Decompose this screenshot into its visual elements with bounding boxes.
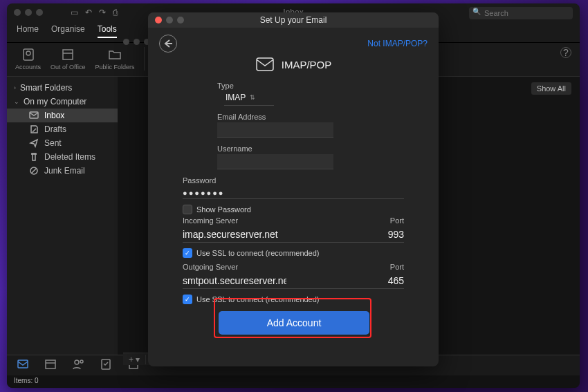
zoom-dot[interactable] (36, 9, 43, 16)
email-label: Email Address (217, 113, 369, 121)
search-field[interactable] (469, 6, 573, 19)
sidebar-junk[interactable]: Junk Email (7, 164, 118, 178)
svg-rect-7 (18, 360, 28, 368)
svg-rect-2 (63, 50, 73, 59)
help-icon[interactable]: ? (560, 47, 571, 58)
type-select[interactable]: IMAP ⇅ (224, 90, 274, 106)
mail-view-icon[interactable] (17, 358, 29, 373)
outgoing-port-input[interactable] (376, 275, 404, 286)
plus-button[interactable]: + ▾ (123, 355, 146, 364)
svg-rect-14 (257, 58, 273, 71)
tasks-view-icon[interactable] (100, 358, 112, 373)
port-label-2: Port (390, 263, 404, 271)
status-bar: Items: 0 (7, 375, 580, 388)
svg-line-6 (32, 169, 36, 173)
sidebar-drafts[interactable]: Drafts (7, 122, 118, 136)
label: Drafts (44, 124, 66, 134)
menu-organise[interactable]: Organise (51, 24, 85, 38)
svg-rect-8 (46, 360, 55, 368)
svg-point-11 (80, 360, 83, 363)
undo-icon[interactable]: ↶ (85, 8, 92, 17)
label: Smart Folders (20, 83, 72, 93)
password-mask[interactable]: ●●●●●●● (183, 189, 404, 197)
trash-icon (29, 152, 39, 162)
checkbox-off-icon[interactable] (183, 205, 192, 214)
junk-icon (29, 166, 39, 176)
modal-title: Set Up your Email (148, 15, 439, 25)
outgoing-server-input[interactable] (183, 275, 286, 286)
ribbon-label: Out of Office (50, 64, 85, 71)
outgoing-label: Outgoing Server (183, 263, 238, 271)
label: Sent (44, 138, 62, 148)
port-label: Port (390, 216, 404, 225)
arrow-left-icon (163, 39, 173, 48)
ssl-outgoing-row[interactable]: ✓ Use SSL to connect (recommended) (183, 295, 404, 304)
inner-window-controls (123, 39, 150, 45)
ribbon-accounts[interactable]: Accounts (15, 47, 41, 71)
label: On my Computer (24, 97, 86, 106)
ribbon-label: Accounts (15, 64, 41, 71)
print-icon[interactable]: ⎙ (113, 8, 118, 17)
sidebar-deleted[interactable]: Deleted Items (7, 150, 118, 164)
label: Deleted Items (44, 152, 95, 162)
incoming-label: Incoming Server (183, 216, 238, 225)
add-account-button[interactable]: Add Account (219, 311, 369, 335)
not-imap-link[interactable]: Not IMAP/POP? (367, 39, 428, 48)
redo-icon[interactable]: ↷ (99, 8, 106, 17)
svg-point-10 (75, 360, 79, 364)
sidebar-sent[interactable]: Sent (7, 136, 118, 150)
search-input[interactable] (469, 7, 573, 19)
show-all-button[interactable]: Show All (531, 82, 571, 95)
setup-email-modal: Set Up your Email Not IMAP/POP? IMAP/POP… (148, 12, 439, 366)
chevron-updown-icon: ⇅ (250, 94, 255, 101)
menu-tools[interactable]: Tools (98, 24, 117, 38)
window-controls[interactable] (14, 9, 43, 16)
ribbon-label: Public Folders (95, 64, 134, 71)
label: Inbox (44, 111, 64, 120)
ssl-in-label: Use SSL to connect (recommended) (196, 249, 320, 257)
people-view-icon[interactable] (72, 358, 84, 373)
modal-heading: IMAP/POP (148, 57, 439, 72)
type-value: IMAP (226, 93, 246, 102)
ribbon-outofoffice[interactable]: Out of Office (50, 47, 85, 71)
heading-text: IMAP/POP (282, 59, 332, 71)
smart-folders-header[interactable]: ›Smart Folders (7, 81, 118, 95)
min-dot[interactable] (25, 9, 32, 16)
close-dot[interactable] (14, 9, 21, 16)
office-icon (60, 47, 75, 62)
sidebar-inbox[interactable]: Inbox (7, 109, 118, 122)
draft-icon (29, 124, 39, 134)
calendar-view-icon[interactable] (44, 358, 57, 373)
mail-icon (255, 57, 275, 72)
folder-icon (107, 47, 122, 62)
back-button[interactable] (159, 35, 177, 53)
on-my-computer-header[interactable]: ⌄On my Computer (7, 95, 118, 109)
username-input[interactable] (217, 154, 333, 169)
show-password-label: Show Password (196, 205, 251, 214)
quick-access-icons: ▭ ↶ ↷ ⎙ (71, 8, 118, 17)
menu-home[interactable]: Home (17, 24, 39, 38)
svg-point-1 (26, 51, 30, 55)
mail-icon (29, 111, 39, 120)
checkbox-on-icon[interactable]: ✓ (183, 248, 192, 258)
ssl-out-label: Use SSL to connect (recommended) (196, 295, 320, 304)
dot-icon (134, 39, 140, 45)
show-password-row[interactable]: Show Password (183, 205, 404, 214)
username-label: Username (217, 144, 369, 153)
sidebar: ›Smart Folders ⌄On my Computer Inbox Dra… (7, 77, 118, 355)
person-icon (21, 47, 36, 62)
modal-titlebar: Set Up your Email (148, 12, 439, 28)
type-label: Type (217, 82, 369, 90)
save-icon[interactable]: ▭ (71, 8, 78, 17)
incoming-server-input[interactable] (183, 229, 286, 240)
email-input[interactable] (217, 122, 333, 138)
dot-icon (123, 39, 129, 45)
password-label: Password (183, 176, 404, 185)
label: Junk Email (44, 166, 85, 176)
ribbon-publicfolders[interactable]: Public Folders (95, 47, 134, 71)
send-icon (29, 138, 39, 148)
ssl-incoming-row[interactable]: ✓ Use SSL to connect (recommended) (183, 248, 404, 258)
modal-top: Not IMAP/POP? (148, 28, 439, 59)
checkbox-on-icon[interactable]: ✓ (183, 295, 192, 304)
incoming-port-input[interactable] (376, 229, 404, 240)
